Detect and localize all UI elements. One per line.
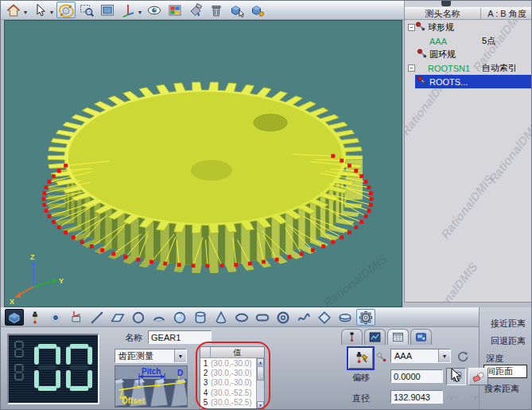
probe-icon-fragment <box>441 1 451 6</box>
combo-arrow-icon[interactable]: ▼ <box>174 349 186 362</box>
select-cursor-icon[interactable] <box>30 2 49 18</box>
row-value: (30.0,-30.0) <box>211 378 252 387</box>
retract-distance-label: 回退距离 <box>491 335 526 347</box>
dropdown-arrow-icon[interactable]: ▾ <box>24 9 27 16</box>
watermark-text: RationalDMIS <box>422 260 480 303</box>
dropdown-arrow-icon[interactable]: ▾ <box>138 9 142 16</box>
arc-icon[interactable] <box>150 309 169 326</box>
scroll-up-icon[interactable]: ▲ <box>257 358 264 365</box>
tab-graph[interactable] <box>364 329 386 345</box>
counter-display <box>7 334 99 404</box>
measure-mode-select[interactable]: 齿距测量 ▼ <box>115 349 187 363</box>
probe-teach-button[interactable] <box>348 348 373 369</box>
offset-edit-button[interactable] <box>468 368 488 385</box>
cylinder-icon[interactable] <box>191 309 210 326</box>
value-list-row[interactable]: 5(30.0,-52.5) <box>200 398 264 408</box>
plane-icon[interactable] <box>108 309 127 326</box>
disc-icon[interactable] <box>336 309 355 326</box>
column-ab-angle[interactable]: A : B 角度 <box>481 8 532 19</box>
torus-icon[interactable] <box>274 309 293 326</box>
offset-label: 偏移 <box>352 372 370 384</box>
probe-tree-row[interactable]: ROOTS...30.0 : -180... <box>405 75 532 88</box>
pitch-label: Pitch <box>142 367 161 376</box>
scroll-thumb[interactable] <box>257 366 264 381</box>
value-list-row[interactable]: 3(30.0,-30.0) <box>200 378 264 388</box>
slot-icon[interactable] <box>253 309 272 326</box>
dropdown-arrow-icon[interactable]: ▾ <box>50 9 53 16</box>
offset-input[interactable] <box>390 369 443 383</box>
row-number: 3 <box>200 378 211 387</box>
spacing-face-field[interactable]: 间距面 <box>483 365 527 378</box>
rationaldmis-window: ▾▾▾ ZYX RationalDMIS RationalDMISRationa… <box>0 0 532 410</box>
refresh-icon[interactable] <box>455 349 470 364</box>
scroll-down-icon[interactable]: ▼ <box>257 401 264 408</box>
line-icon[interactable] <box>87 309 107 326</box>
approach-distance-label: 接近距离 <box>491 318 526 330</box>
curve-icon[interactable] <box>294 309 313 326</box>
name-input[interactable] <box>148 330 212 344</box>
value-list[interactable]: 值 1(30.0,-30.0)2(30.0,-30.0)3(30.0,-30.0… <box>200 346 265 409</box>
zoom-window-icon[interactable] <box>77 2 96 18</box>
eye-view-icon[interactable] <box>145 2 164 18</box>
row-value: (30.0,-52.5) <box>211 398 252 407</box>
probe-angle-value: 5点 <box>482 35 495 47</box>
feature-toolbar <box>1 307 479 327</box>
part-coordinate-icon[interactable] <box>67 309 86 326</box>
value-list-row[interactable]: 2(30.0,-30.0) <box>200 368 264 377</box>
home-icon[interactable] <box>4 2 23 18</box>
probe-name[interactable]: ROOTSN1 <box>428 64 470 73</box>
column-probe-name[interactable]: 测头名称 <box>405 8 481 19</box>
tab-table[interactable] <box>387 329 409 345</box>
plane-3d-icon[interactable] <box>315 309 334 326</box>
probe-tree-row[interactable]: −ROOTSN1自动索引 <box>405 61 532 75</box>
solid-settings-icon[interactable] <box>248 2 267 18</box>
gear-model-canvas: ZYX <box>5 21 402 307</box>
svg-text:Y: Y <box>472 393 479 402</box>
diameter-input[interactable] <box>390 390 443 404</box>
svg-text:X: X <box>10 298 14 306</box>
cone-icon[interactable] <box>212 309 231 326</box>
delete-trash-icon[interactable] <box>207 2 226 18</box>
render-palette-icon[interactable] <box>165 2 184 18</box>
solid-view-icon[interactable] <box>5 309 24 326</box>
tab-probe[interactable] <box>341 329 363 345</box>
probe-name[interactable]: ROOTS... <box>429 77 468 87</box>
expander-icon[interactable]: − <box>408 64 415 72</box>
y-back-icon[interactable]: Y <box>465 390 481 404</box>
y-forward-icon[interactable]: Y <box>446 390 462 404</box>
value-list-row[interactable]: 4(30.0,-52.5) <box>200 388 264 397</box>
fit-view-icon[interactable] <box>98 2 117 18</box>
tab-machine[interactable] <box>410 329 432 345</box>
pick-solid-icon[interactable] <box>227 2 247 18</box>
probe-tree: −球形规AAA5点圆环规−ROOTSN1自动索引ROOTS...30.0 : -… <box>405 21 532 88</box>
d-label: D <box>177 369 183 377</box>
row-number: 1 <box>200 359 211 368</box>
value-list-scrollbar[interactable]: ▲ ▼ <box>256 358 264 408</box>
svg-text:Y: Y <box>59 277 64 285</box>
circle-icon[interactable] <box>129 309 148 326</box>
probe-name[interactable]: AAA <box>429 37 447 46</box>
probe-name[interactable]: 球形规 <box>428 21 454 33</box>
probe-tree-row[interactable]: AAA5点 <box>405 34 532 48</box>
probe-tree-row[interactable]: −球形规 <box>405 21 532 34</box>
3d-viewport[interactable]: ZYX RationalDMIS <box>4 20 402 307</box>
axis-triad: ZYX <box>10 253 64 306</box>
pitch-offset-diagram: Pitch D Offset <box>115 365 188 408</box>
orbit-rotate-icon[interactable] <box>56 2 76 18</box>
value-list-row[interactable]: 1(30.0,-30.0) <box>200 358 264 368</box>
watermark-text: RationalDMIS <box>486 116 532 185</box>
row-number: 5 <box>200 398 211 407</box>
probe-name[interactable]: 圆环规 <box>429 49 456 61</box>
coordinate-axes-icon[interactable] <box>118 2 138 18</box>
point-icon[interactable] <box>46 309 65 326</box>
probe-machine-icon[interactable] <box>25 309 45 326</box>
ellipse-icon[interactable] <box>232 309 251 326</box>
probe-select[interactable]: AAA ▼ <box>390 349 451 363</box>
expander-icon[interactable]: − <box>408 24 415 31</box>
probe-tree-row[interactable]: 圆环规 <box>405 48 532 61</box>
material-tools-icon[interactable] <box>186 2 205 18</box>
offset-teach-button[interactable] <box>446 368 466 385</box>
sphere-icon[interactable] <box>170 309 189 326</box>
combo-arrow-icon[interactable]: ▼ <box>438 349 450 362</box>
gear-icon[interactable] <box>356 309 375 326</box>
